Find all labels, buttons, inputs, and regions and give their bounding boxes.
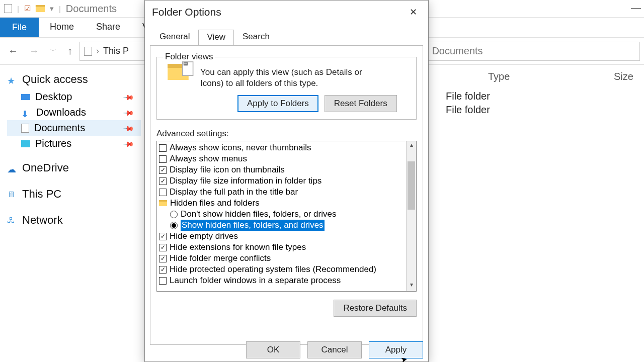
breadcrumb: This P (103, 46, 129, 56)
quick-access[interactable]: ★Quick access (7, 70, 141, 89)
back-button[interactable]: ← (4, 43, 22, 59)
download-icon: ⬇ (21, 109, 31, 117)
advanced-settings-label: Advanced settings: (156, 129, 417, 139)
pin-icon: 📌 (123, 107, 134, 118)
dialog-tabs: General View Search (145, 23, 428, 45)
sidebar-onedrive[interactable]: ☁OneDrive (7, 158, 141, 177)
forward-button[interactable]: → (25, 43, 43, 59)
apply-to-folders-button[interactable]: Apply to Folders (237, 95, 318, 112)
checkbox[interactable] (159, 277, 167, 285)
sidebar-thispc[interactable]: 🖥This PC (7, 185, 141, 204)
checkbox[interactable] (159, 144, 167, 152)
file-tab[interactable]: File (0, 18, 39, 37)
cancel-button[interactable]: Cancel (307, 341, 362, 358)
document-icon (4, 4, 12, 13)
sidebar-item-pictures[interactable]: Pictures📌 (7, 136, 141, 151)
tab-view[interactable]: View (198, 30, 234, 46)
column-size[interactable]: Size (614, 71, 633, 82)
sidebar-item-downloads[interactable]: ⬇Downloads📌 (7, 105, 141, 120)
scrollbar[interactable]: ▴ ▾ (406, 141, 416, 291)
advanced-settings-list[interactable]: Always show icons, never thumbnails Alwa… (156, 141, 417, 292)
folder-views-legend: Folder views (163, 52, 215, 62)
checkbox-icon: ☑ (24, 4, 31, 13)
checkbox[interactable] (159, 266, 167, 274)
document-icon (21, 124, 29, 133)
apply-button[interactable]: Apply (369, 341, 423, 358)
onedrive-icon: ☁ (7, 164, 17, 172)
radio[interactable] (170, 211, 178, 218)
document-icon (84, 47, 92, 56)
scroll-down-icon[interactable]: ▾ (407, 281, 416, 291)
checkbox[interactable] (159, 155, 167, 163)
scroll-up-icon[interactable]: ▴ (407, 141, 416, 151)
folder-options-icon: ▤ (168, 64, 189, 80)
ok-button[interactable]: OK (246, 341, 300, 358)
tab-general[interactable]: General (151, 29, 198, 45)
folder-views-text: You can apply this view (such as Details… (200, 67, 386, 89)
folder-icon (36, 5, 45, 12)
window-title: Documents (66, 3, 117, 15)
star-icon: ★ (7, 75, 17, 83)
selected-option: Show hidden files, folders, and drives (181, 220, 325, 231)
checkbox[interactable] (159, 244, 167, 251)
scroll-thumb[interactable] (408, 161, 415, 210)
sidebar-network[interactable]: 🖧Network (7, 211, 141, 230)
sidebar-item-desktop[interactable]: Desktop📌 (7, 89, 141, 105)
share-tab[interactable]: Share (85, 18, 131, 37)
checkbox[interactable] (159, 233, 167, 240)
pin-icon: 📌 (123, 91, 134, 103)
pc-icon: 🖥 (7, 190, 17, 198)
reset-folders-button[interactable]: Reset Folders (325, 95, 397, 112)
up-button[interactable]: ↑ (63, 43, 76, 59)
radio[interactable] (170, 222, 178, 229)
restore-defaults-button[interactable]: Restore Defaults (334, 300, 417, 317)
folder-icon (159, 200, 167, 206)
tab-search[interactable]: Search (234, 29, 278, 45)
column-type[interactable]: Type (488, 71, 574, 82)
checkbox[interactable] (159, 166, 167, 174)
pin-icon: 📌 (123, 138, 134, 149)
folder-views-group: Folder views ▤ You can apply this view (… (156, 52, 417, 120)
recent-dropdown[interactable]: ﹀ (46, 45, 60, 57)
sidebar-item-documents[interactable]: Documents📌 (7, 120, 141, 136)
desktop-icon (21, 94, 30, 100)
home-tab[interactable]: Home (39, 18, 85, 37)
nav-pane: ★Quick access Desktop📌 ⬇Downloads📌 Docum… (0, 65, 141, 362)
checkbox[interactable] (159, 255, 167, 262)
close-button[interactable]: ✕ (406, 5, 421, 20)
folder-options-dialog: Folder Options ✕ General View Search Fol… (144, 0, 429, 362)
pictures-icon (21, 140, 30, 147)
checkbox[interactable] (159, 189, 167, 196)
dialog-title: Folder Options (152, 6, 221, 18)
pin-icon: 📌 (123, 122, 134, 134)
network-icon: 🖧 (7, 216, 17, 224)
checkbox[interactable] (159, 177, 167, 185)
minimize-button[interactable]: — (631, 2, 641, 14)
